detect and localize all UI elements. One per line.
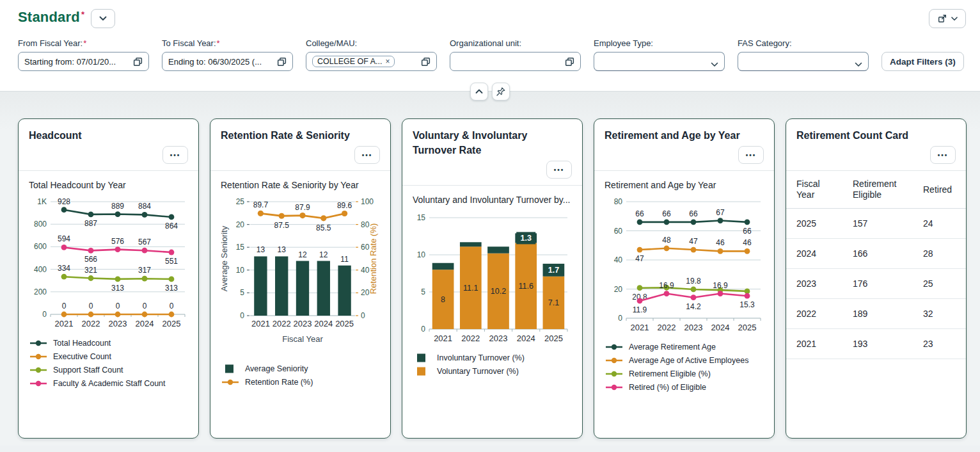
table-column-header: Fiscal Year [786,171,842,209]
svg-text:60: 60 [614,227,623,236]
svg-text:0: 0 [618,314,622,323]
legend-item[interactable]: Total Headcount [29,339,188,348]
svg-text:89.6: 89.6 [337,201,352,210]
chart-legend: Total HeadcountExecutive CountSupport St… [29,339,188,388]
organizational-unit-input[interactable] [456,57,561,67]
legend-item[interactable]: Involuntary Turnover (%) [413,353,572,362]
overflow-menu-button[interactable]: ••• [354,146,380,164]
overflow-menu-button[interactable]: ••• [930,146,956,164]
variant-dropdown-button[interactable] [91,9,115,28]
value-help-icon[interactable] [420,56,431,70]
chart-legend: Involuntary Turnover (%)Voluntary Turnov… [413,353,572,376]
fas-category-select[interactable] [738,52,869,71]
svg-text:48: 48 [662,236,671,245]
legend-item[interactable]: Faculty & Academic Staff Count [29,379,188,388]
legend-label: Retention Rate (%) [245,378,313,387]
combo-chart-svg[interactable]: 0510152025020406080100131312121189.787.5… [221,195,381,357]
stacked-bar-chart-svg[interactable]: 05101520212022202320242025811.110.211.67… [413,210,573,346]
svg-text:5: 5 [240,288,244,297]
collapse-filter-bar-button[interactable] [470,83,488,101]
share-export-button[interactable] [929,9,966,28]
line-chart-svg[interactable]: 02004006008001K2021202220232024202592888… [29,195,189,331]
svg-text:89.7: 89.7 [253,200,269,209]
svg-text:2025: 2025 [544,334,563,343]
filter-label: FAS Category: [738,38,869,48]
filter-label: From Fiscal Year:* [18,38,149,48]
table-row: 202218932 [786,299,966,329]
legend-square-marker [413,367,432,376]
legend-item[interactable]: Retention Rate (%) [221,378,380,387]
legend-line-marker [605,356,624,365]
svg-text:317: 317 [138,266,151,275]
legend-item[interactable]: Retired (%) of Eligible [605,383,764,392]
svg-text:20: 20 [236,220,245,229]
svg-text:0: 0 [361,311,365,320]
line-chart-svg[interactable]: 0204060802021202220232024202566666667664… [605,195,764,335]
legend-item[interactable]: Voluntary Turnover (%) [413,367,572,376]
card-title: Retention Rate & Seniority [221,128,380,143]
table-cell: 193 [842,329,913,359]
total-headcount-chart[interactable]: 02004006008001K2021202220232024202592888… [29,195,188,331]
svg-text:566: 566 [84,255,97,264]
svg-text:928: 928 [58,197,70,206]
turnover-chart[interactable]: 05101520212022202320242025811.110.211.67… [413,210,572,346]
required-asterisk: * [81,10,84,19]
employee-type-select[interactable] [594,52,725,71]
to-fiscal-year-input[interactable] [168,57,273,67]
legend-line-marker [605,343,624,351]
page-title: Standard [18,9,80,26]
svg-text:85.5: 85.5 [316,223,331,232]
value-help-icon[interactable] [564,56,575,70]
pin-filter-bar-button[interactable] [492,83,510,101]
svg-text:1.3: 1.3 [521,234,532,243]
retention-seniority-chart[interactable]: 0510152025020406080100131312121189.787.5… [221,195,380,357]
legend-line-marker [221,378,240,387]
svg-text:100: 100 [361,197,374,206]
card-header: Retention Rate & Seniority ••• [210,119,390,171]
college-mau-token[interactable]: COLLEGE OF A... × [312,56,395,67]
svg-text:567: 567 [138,238,151,246]
value-help-icon[interactable] [132,56,143,70]
table-cell: 28 [913,239,966,269]
chevron-down-icon [855,58,862,70]
pin-icon [496,86,506,97]
from-fiscal-year-input[interactable] [24,57,129,67]
legend-item[interactable]: Average Seniority [221,364,380,373]
legend-item[interactable]: Support Staff Count [29,366,188,375]
legend-item[interactable]: Average Age of Active Employees [605,356,764,365]
svg-text:334: 334 [58,264,70,273]
svg-text:7.1: 7.1 [548,298,559,307]
svg-text:10.2: 10.2 [491,287,506,296]
svg-text:87.9: 87.9 [295,203,310,212]
chart-title: Retirement and Age by Year [605,180,764,190]
filter-fas-category: FAS Category: [738,38,869,71]
top-bar: Standard * [0,0,980,28]
overflow-menu-button[interactable]: ••• [546,161,572,179]
svg-text:13: 13 [278,245,287,254]
svg-text:600: 600 [34,242,47,251]
legend-item[interactable]: Retirement Eligible (%) [605,369,764,378]
table-cell: 23 [913,329,966,359]
svg-text:1K: 1K [37,197,47,206]
svg-text:19.8: 19.8 [686,277,701,286]
overflow-menu-button[interactable]: ••• [162,146,188,164]
chevron-down-icon [951,17,958,21]
legend-line-marker [29,366,48,375]
value-help-icon[interactable] [276,56,287,70]
svg-text:0: 0 [170,302,174,311]
overflow-menu-button[interactable]: ••• [738,146,764,164]
svg-text:47: 47 [635,254,644,263]
legend-label: Faculty & Academic Staff Count [53,379,166,388]
svg-text:200: 200 [34,287,47,296]
legend-item[interactable]: Executive Count [29,352,188,361]
legend-line-marker [29,379,48,388]
table-cell: 2024 [786,239,842,269]
svg-text:Average Seniority: Average Seniority [221,225,229,291]
retirement-age-chart[interactable]: 0204060802021202220232024202566666667664… [605,195,764,335]
legend-item[interactable]: Average Retirement Age [605,343,764,351]
svg-text:2021: 2021 [55,319,74,328]
token-remove-icon[interactable]: × [385,57,390,66]
svg-text:11.9: 11.9 [633,305,647,314]
filter-label: Organizational unit: [450,38,581,48]
adapt-filters-button[interactable]: Adapt Filters (3) [881,52,964,71]
